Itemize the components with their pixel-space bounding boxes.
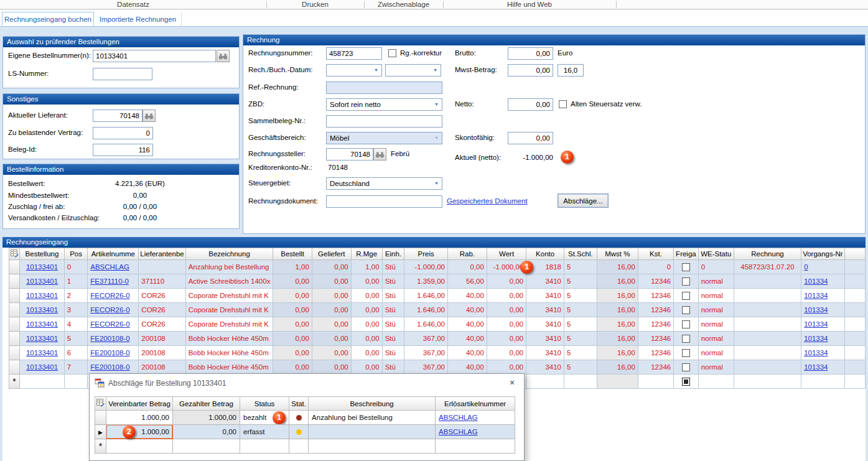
table-cell[interactable]: FECOR26-0 (88, 289, 139, 303)
table-cell[interactable]: ABSCHLAG (436, 425, 515, 439)
close-icon[interactable]: × (506, 377, 518, 388)
table-cell[interactable] (734, 317, 801, 332)
table-cell[interactable]: -1.000,001 (487, 260, 526, 274)
table-cell[interactable] (674, 375, 698, 389)
table-cell[interactable] (289, 411, 309, 425)
table-cell[interactable]: 5 (564, 303, 597, 317)
table-cell[interactable]: 12346 (638, 360, 673, 375)
table-cell[interactable]: Bobb Hocker Höhe 450m (185, 332, 273, 346)
freigabe-checkbox[interactable] (682, 306, 690, 314)
table-cell[interactable]: 0,00 (351, 317, 382, 332)
table-cell[interactable]: 5 (564, 332, 597, 346)
table-cell[interactable] (638, 375, 673, 389)
table-cell[interactable] (734, 289, 801, 303)
artikel-link[interactable]: FE200108-0 (90, 349, 129, 356)
bestellung-link[interactable]: 10133401 (26, 306, 58, 314)
table-cell[interactable]: FECOR26-0 (88, 303, 139, 317)
table-cell[interactable]: 16,00 (597, 303, 638, 317)
freigabe-checkbox[interactable] (682, 335, 690, 343)
table-cell[interactable] (674, 289, 698, 303)
table-cell[interactable]: 3410 (526, 303, 564, 317)
table-cell[interactable]: 40,00 (447, 332, 487, 346)
menu-item-datensatz[interactable]: Datensatz (0, 1, 266, 8)
table-cell[interactable]: 0,00 (487, 317, 526, 332)
dialog-title-bar[interactable]: Abschläge für Bestellung 10133401 × (90, 374, 524, 393)
table-cell[interactable] (64, 375, 87, 389)
table-cell[interactable] (844, 346, 865, 360)
table-cell[interactable] (674, 317, 698, 332)
table-cell[interactable]: normal (698, 317, 734, 332)
table-cell[interactable]: 1.000,002 (106, 425, 173, 439)
table-cell[interactable]: 101334 (801, 360, 845, 375)
freigabe-checkbox[interactable] (682, 363, 690, 371)
table-cell[interactable]: 40,00 (447, 317, 487, 332)
table-cell[interactable]: 12346 (638, 332, 673, 346)
table-cell[interactable]: 1,00 (351, 260, 382, 274)
table-cell[interactable]: 12346 (638, 289, 673, 303)
table-cell[interactable]: 12346 (638, 303, 673, 317)
table-cell[interactable]: 0,00 (487, 289, 526, 303)
table-cell[interactable] (674, 303, 698, 317)
menu-item-zwischenablage[interactable]: Zwischenablage (364, 1, 443, 8)
table-cell[interactable]: 1.359,00 (404, 274, 448, 289)
bestellung-link[interactable]: 10133401 (26, 277, 58, 285)
table-cell[interactable]: 0,00 (487, 360, 526, 375)
table-cell[interactable] (844, 260, 865, 274)
table-cell[interactable]: 40,00 (447, 346, 487, 360)
freigabe-checkbox[interactable] (682, 292, 690, 300)
table-cell[interactable]: erfasst (240, 425, 289, 439)
freigabe-checkbox[interactable] (682, 277, 690, 286)
table-cell[interactable]: 0,00 (312, 332, 351, 346)
table-cell[interactable] (289, 439, 309, 454)
bestellung-link[interactable]: 10133401 (26, 349, 58, 356)
table-cell[interactable]: 12346 (638, 346, 673, 360)
table-cell[interactable]: 5 (64, 332, 87, 346)
table-cell[interactable]: FECOR26-0 (88, 317, 139, 332)
table-cell[interactable] (526, 375, 564, 389)
table-cell[interactable]: FE200108-0 (88, 360, 139, 375)
vorgang-link[interactable]: 101334 (804, 292, 828, 299)
table-cell[interactable]: 5 (564, 360, 597, 375)
table-cell[interactable]: Active Schreibtisch 1400x (185, 274, 273, 289)
table-cell[interactable]: 0,00 (273, 317, 312, 332)
table-cell[interactable]: 0,00 (351, 303, 382, 317)
table-cell[interactable] (844, 303, 865, 317)
table-cell[interactable]: FE371110-0 (88, 274, 139, 289)
table-cell[interactable]: 0,00 (273, 274, 312, 289)
table-cell[interactable]: Bobb Hocker Höhe 450m (185, 346, 273, 360)
table-cell[interactable]: 16,00 (597, 332, 638, 346)
table-cell[interactable]: 367,00 (404, 346, 448, 360)
table-cell[interactable]: 16,00 (597, 317, 638, 332)
lieferant-input[interactable] (93, 109, 142, 122)
table-cell[interactable]: 0,00 (351, 274, 382, 289)
table-cell[interactable]: 0 (801, 260, 845, 274)
table-cell[interactable]: 10133401 (20, 332, 65, 346)
table-cell[interactable]: 371110 (139, 274, 185, 289)
freigabe-checkbox[interactable] (682, 320, 690, 328)
table-cell[interactable]: 0,00 (273, 332, 312, 346)
artikel-link[interactable]: FE200108-0 (90, 363, 129, 371)
table-cell[interactable]: 0 (698, 260, 734, 274)
table-cell[interactable]: 1 (64, 274, 87, 289)
table-cell[interactable]: 5 (564, 289, 597, 303)
freigabe-checkbox[interactable] (682, 349, 690, 357)
table-cell[interactable] (734, 303, 801, 317)
table-cell[interactable] (173, 439, 240, 454)
beleg-id-input[interactable] (93, 144, 153, 156)
table-cell[interactable]: 101334 (801, 332, 845, 346)
table-cell[interactable] (734, 346, 801, 360)
menu-item-hilfe[interactable]: Hilfe und Web (443, 1, 616, 8)
table-cell[interactable]: 10133401 (20, 346, 65, 360)
table-cell[interactable]: ABSCHLAG (88, 260, 139, 274)
table-cell[interactable] (844, 332, 865, 346)
bestellung-link[interactable]: 10133401 (26, 263, 58, 271)
table-cell[interactable]: 5 (564, 317, 597, 332)
freigabe-checkbox-indeterminate[interactable] (682, 378, 690, 386)
artikel-link[interactable]: FECOR26-0 (90, 292, 129, 299)
table-cell[interactable]: normal (698, 360, 734, 375)
table-cell[interactable]: 0,00 (351, 346, 382, 360)
table-cell[interactable]: 200108 (139, 360, 185, 375)
table-cell[interactable]: 16,00 (597, 360, 638, 375)
table-cell[interactable]: Anzahlung bei Bestellung (309, 411, 436, 425)
buchungsdatum-combo[interactable]: ▼ (385, 64, 441, 77)
